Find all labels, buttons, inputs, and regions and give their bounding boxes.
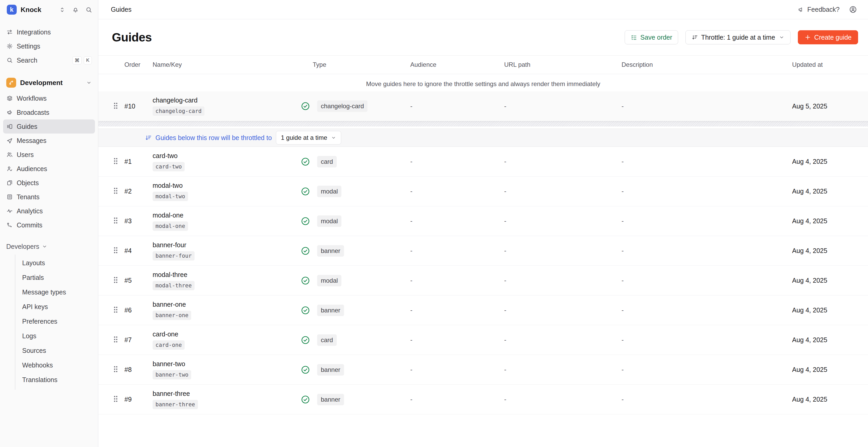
drag-handle[interactable]: [108, 247, 124, 254]
unfold-chevrons-icon[interactable]: [59, 6, 66, 13]
environment-switcher[interactable]: Development: [3, 75, 95, 90]
create-guide-button[interactable]: Create guide: [798, 30, 858, 44]
col-type: Type: [296, 61, 405, 68]
developers-section: Developers Layouts Partials Message type…: [0, 240, 98, 390]
save-order-button[interactable]: Save order: [625, 30, 678, 44]
sidebar-item-label: Audiences: [17, 165, 47, 173]
guide-description: -: [616, 336, 783, 344]
sidebar-item-broadcasts[interactable]: Broadcasts: [3, 105, 95, 120]
col-updated-at: Updated at: [783, 61, 868, 68]
guide-table-row[interactable]: #1 card-two card-two card - - - Aug 4, 2…: [98, 147, 868, 177]
active-check-icon: [301, 276, 310, 285]
sidebar-item-api-keys[interactable]: API keys: [16, 299, 98, 314]
drag-handle[interactable]: [108, 277, 124, 284]
guide-updated-at: Aug 5, 2025: [783, 102, 868, 110]
guide-key-badge: modal-one: [153, 221, 188, 231]
throttle-amount-value: 1 guide at a time: [281, 134, 327, 141]
guide-key-badge: banner-one: [153, 311, 191, 320]
bell-icon[interactable]: [72, 6, 79, 13]
sidebar-item-integrations[interactable]: Integrations: [3, 25, 95, 39]
guide-description: -: [616, 217, 783, 225]
sidebar-item-settings[interactable]: Settings: [3, 39, 95, 53]
sidebar-item-label: Analytics: [17, 207, 43, 215]
sidebar-item-partials[interactable]: Partials: [16, 270, 98, 285]
sidebar-item-objects[interactable]: Objects: [3, 176, 95, 190]
search-icon[interactable]: [85, 6, 92, 13]
sidebar-item-label: Translations: [22, 376, 57, 384]
page-title: Guides: [112, 30, 152, 44]
guide-updated-at: Aug 4, 2025: [783, 247, 868, 255]
guide-updated-at: Aug 4, 2025: [783, 188, 868, 195]
guide-table-row[interactable]: #2 modal-two modal-two modal - - - Aug 4…: [98, 177, 868, 206]
drag-handle[interactable]: [108, 396, 124, 403]
sidebar-item-users[interactable]: Users: [3, 148, 95, 162]
guide-table-row[interactable]: #9 banner-three banner-three banner - - …: [98, 385, 868, 414]
guide-table-row[interactable]: #3 modal-one modal-one modal - - - Aug 4…: [98, 206, 868, 236]
guide-key-badge: banner-three: [153, 400, 198, 409]
guide-table-row[interactable]: #7 card-one card-one card - - - Aug 4, 2…: [98, 325, 868, 355]
sidebar-item-label: Settings: [17, 42, 40, 50]
guide-name: banner-one: [153, 301, 186, 308]
guide-name: banner-three: [153, 390, 190, 397]
throttle-dropdown-button[interactable]: Throttle: 1 guide at a time: [685, 30, 790, 44]
guide-table-row[interactable]: #4 banner-four banner-four banner - - - …: [98, 236, 868, 266]
guide-url-path: -: [499, 277, 616, 284]
breadcrumb: Guides: [111, 6, 131, 13]
guide-description: -: [616, 102, 783, 110]
drag-handle[interactable]: [108, 337, 124, 344]
guide-name: card-one: [153, 330, 178, 338]
developers-header[interactable]: Developers: [0, 240, 98, 253]
sidebar-item-label: Webhooks: [22, 361, 53, 369]
guide-order: #8: [124, 366, 150, 374]
sidebar-item-preferences[interactable]: Preferences: [16, 314, 98, 329]
guide-name: modal-three: [153, 271, 187, 279]
guide-audience: -: [405, 366, 499, 374]
user-circle-icon: [849, 5, 857, 13]
guide-type-badge: card: [317, 334, 337, 346]
drag-handle[interactable]: [108, 307, 124, 314]
throttle-divider-text[interactable]: Guides below this row will be throttled …: [155, 134, 272, 141]
guide-audience: -: [405, 307, 499, 314]
guide-description: -: [616, 158, 783, 165]
feedback-button[interactable]: Feedback?: [798, 6, 840, 13]
guide-table-row[interactable]: #8 banner-two banner-two banner - - - Au…: [98, 355, 868, 385]
sidebar-item-tenants[interactable]: Tenants: [3, 190, 95, 204]
sidebar-item-translations[interactable]: Translations: [16, 373, 98, 387]
guide-table-row[interactable]: #10 changelog-card changelog-card change…: [98, 91, 868, 121]
sidebar-item-message-types[interactable]: Message types: [16, 285, 98, 299]
drag-handle[interactable]: [108, 366, 124, 373]
layers-icon: [6, 95, 13, 102]
paper-plane-icon: [6, 137, 13, 144]
guide-table-row[interactable]: #6 banner-one banner-one banner - - - Au…: [98, 295, 868, 325]
sidebar-item-search[interactable]: Search ⌘ K: [3, 53, 95, 67]
feedback-label: Feedback?: [807, 6, 840, 13]
workspace-switcher[interactable]: k Knock: [0, 0, 98, 19]
sidebar-item-guides[interactable]: Guides: [3, 120, 95, 133]
sort-descending-icon: [691, 34, 698, 41]
drag-handle[interactable]: [108, 103, 124, 110]
sidebar-item-layouts[interactable]: Layouts: [16, 256, 98, 270]
commit-branch-icon: [6, 222, 13, 228]
pages-icon: [6, 180, 13, 186]
sidebar-item-sources[interactable]: Sources: [16, 343, 98, 358]
throttle-amount-select[interactable]: 1 guide at a time: [276, 131, 341, 145]
sidebar-item-messages[interactable]: Messages: [3, 133, 95, 148]
sidebar-item-webhooks[interactable]: Webhooks: [16, 358, 98, 373]
sidebar-item-label: Logs: [22, 332, 36, 340]
guide-order: #6: [124, 307, 150, 314]
drag-handle[interactable]: [108, 188, 124, 195]
search-shortcut: ⌘ K: [72, 56, 92, 64]
guide-table-row[interactable]: #5 modal-three modal-three modal - - - A…: [98, 266, 868, 295]
guide-audience: -: [405, 336, 499, 344]
drag-handle[interactable]: [108, 218, 124, 225]
guide-updated-at: Aug 4, 2025: [783, 277, 868, 284]
account-menu-button[interactable]: [849, 5, 857, 13]
active-check-icon: [301, 187, 310, 196]
sidebar-item-audiences[interactable]: Audiences: [3, 162, 95, 176]
sidebar-item-logs[interactable]: Logs: [16, 329, 98, 343]
drag-handle[interactable]: [108, 158, 124, 165]
sidebar-item-analytics[interactable]: Analytics: [3, 204, 95, 218]
plus-icon: [804, 34, 811, 41]
sidebar-item-commits[interactable]: Commits: [3, 218, 95, 232]
sidebar-item-workflows[interactable]: Workflows: [3, 91, 95, 105]
